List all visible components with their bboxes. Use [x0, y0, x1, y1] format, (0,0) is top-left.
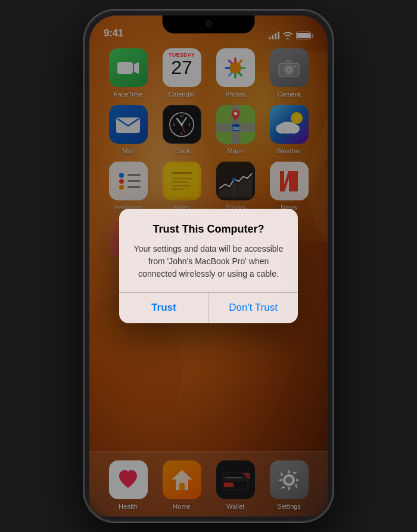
alert-buttons: Trust Don't Trust: [119, 292, 298, 323]
power-button[interactable]: [333, 130, 334, 178]
alert-title: Trust This Computer?: [133, 223, 284, 236]
phone-screen: 9:41: [89, 16, 328, 516]
alert-content: Trust This Computer? Your settings and d…: [119, 209, 298, 292]
trust-button[interactable]: Trust: [119, 292, 208, 323]
phone-frame: 9:41: [83, 10, 334, 522]
alert-overlay: Trust This Computer? Your settings and d…: [89, 16, 328, 516]
volume-down-button[interactable]: [83, 168, 84, 204]
alert-dialog: Trust This Computer? Your settings and d…: [119, 209, 298, 324]
alert-message: Your settings and data will be accessibl…: [133, 243, 284, 280]
dont-trust-button[interactable]: Don't Trust: [208, 292, 298, 323]
volume-up-button[interactable]: [83, 124, 84, 160]
